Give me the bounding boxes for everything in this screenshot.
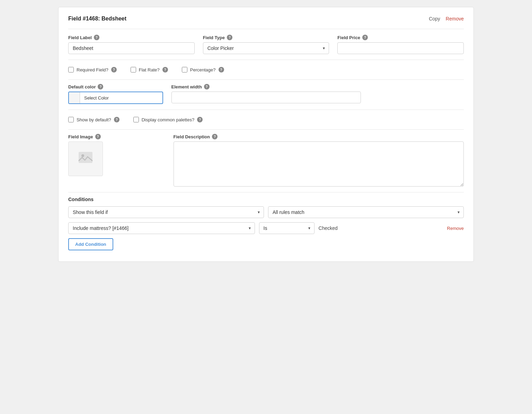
- copy-button[interactable]: Copy: [429, 16, 440, 21]
- condition-field-select-wrapper: Include mattress? [#1466] Other field ▾: [68, 222, 255, 234]
- field-label-help-icon[interactable]: ?: [94, 35, 99, 40]
- show-if-select[interactable]: Show this field if Hide this field if: [68, 206, 264, 218]
- svg-point-1: [81, 154, 84, 157]
- flat-rate-help-icon[interactable]: ?: [162, 67, 168, 72]
- select-color-label: Select Color: [80, 95, 113, 101]
- flat-rate-checkbox[interactable]: [131, 67, 136, 72]
- percentage-checkbox[interactable]: [182, 67, 187, 72]
- row-field-basics: Field Label ? Field Type ? Color Picker …: [68, 35, 464, 54]
- field-price-label: Field Price ?: [337, 35, 464, 40]
- add-condition-button[interactable]: Add Condition: [68, 238, 113, 250]
- required-field-label: Required Field?: [77, 67, 108, 72]
- rules-match-select-wrapper: All rules match Any rule matches ▾: [268, 206, 464, 218]
- divider-5: [68, 192, 464, 192]
- element-width-help-icon[interactable]: ?: [204, 84, 210, 89]
- show-by-default-checkbox[interactable]: [68, 117, 74, 122]
- field-type-group: Field Type ? Color Picker Text Dropdown …: [203, 35, 329, 54]
- required-field-help-icon[interactable]: ?: [111, 67, 117, 72]
- display-palettes-label: Display common palettes?: [142, 117, 194, 122]
- field-image-label: Field Image ?: [68, 134, 165, 139]
- condition-operator-select-wrapper: Is Is not ▾: [259, 222, 314, 234]
- field-label-input[interactable]: [68, 42, 195, 54]
- conditions-title: Conditions: [68, 197, 464, 202]
- required-field-item[interactable]: Required Field? ?: [68, 67, 117, 72]
- divider-1: [68, 60, 464, 60]
- display-palettes-item[interactable]: Display common palettes? ?: [133, 117, 203, 122]
- header-actions: Copy Remove: [429, 16, 464, 21]
- color-swatch: [69, 92, 80, 104]
- conditions-main-row: Show this field if Hide this field if ▾ …: [68, 206, 464, 218]
- checkbox-row: Required Field? ? Flat Rate? ? Percentag…: [68, 64, 464, 75]
- element-width-input[interactable]: [171, 92, 361, 103]
- field-image-group: Field Image ?: [68, 134, 165, 176]
- header-divider: [68, 29, 464, 29]
- card-header: Field #1468: Bedsheet Copy Remove: [68, 16, 464, 22]
- display-palettes-help-icon[interactable]: ?: [197, 117, 203, 122]
- remove-condition-button[interactable]: Remove: [447, 226, 464, 231]
- show-by-default-help-icon[interactable]: ?: [114, 117, 119, 122]
- condition-value-text: Checked: [319, 225, 443, 231]
- field-price-help-icon[interactable]: ?: [362, 35, 368, 40]
- remove-button[interactable]: Remove: [446, 16, 464, 21]
- condition-operator-select[interactable]: Is Is not: [259, 222, 314, 234]
- percentage-help-icon[interactable]: ?: [219, 67, 224, 72]
- divider-4: [68, 129, 464, 130]
- condition-rule-row: Include mattress? [#1466] Other field ▾ …: [68, 222, 464, 234]
- field-type-help-icon[interactable]: ?: [227, 35, 232, 40]
- svg-rect-0: [79, 152, 92, 163]
- field-type-select-wrapper: Color Picker Text Dropdown Checkbox ▾: [203, 42, 329, 54]
- field-type-label: Field Type ?: [203, 35, 329, 40]
- select-color-button[interactable]: Select Color: [68, 92, 163, 104]
- condition-field-select[interactable]: Include mattress? [#1466] Other field: [68, 222, 255, 234]
- divider-3: [68, 110, 464, 110]
- field-price-input[interactable]: [337, 42, 464, 54]
- default-color-group: Default color ? Select Color: [68, 84, 163, 104]
- display-palettes-checkbox[interactable]: [133, 117, 139, 122]
- required-field-checkbox[interactable]: [68, 67, 74, 72]
- row-color-width: Default color ? Select Color Element wid…: [68, 84, 464, 104]
- field-editor-card: Field #1468: Bedsheet Copy Remove Field …: [58, 7, 474, 262]
- percentage-label: Percentage?: [190, 67, 216, 72]
- field-price-group: Field Price ?: [337, 35, 464, 54]
- field-description-label: Field Description ?: [174, 134, 464, 139]
- image-placeholder-icon: [77, 149, 94, 169]
- page-title: Field #1468: Bedsheet: [68, 16, 126, 22]
- field-label-label: Field Label ?: [68, 35, 195, 40]
- field-label-group: Field Label ?: [68, 35, 195, 54]
- divider-2: [68, 79, 464, 80]
- default-color-label: Default color ?: [68, 84, 163, 89]
- field-description-input[interactable]: [174, 141, 464, 187]
- rules-match-select[interactable]: All rules match Any rule matches: [268, 206, 464, 218]
- element-width-group: Element width ?: [171, 84, 361, 103]
- field-description-help-icon[interactable]: ?: [212, 134, 218, 139]
- field-image-help-icon[interactable]: ?: [95, 134, 101, 139]
- conditions-section: Conditions Show this field if Hide this …: [68, 197, 464, 250]
- show-by-default-label: Show by default?: [77, 117, 111, 122]
- checkbox-row-2: Show by default? ? Display common palett…: [68, 114, 464, 125]
- row-image-desc: Field Image ? Field Description ?: [68, 134, 464, 187]
- show-by-default-item[interactable]: Show by default? ?: [68, 117, 119, 122]
- show-if-select-wrapper: Show this field if Hide this field if ▾: [68, 206, 264, 218]
- add-condition-row: Add Condition: [68, 238, 464, 250]
- field-description-group: Field Description ?: [174, 134, 464, 187]
- image-placeholder[interactable]: [68, 141, 103, 176]
- element-width-label: Element width ?: [171, 84, 361, 89]
- default-color-help-icon[interactable]: ?: [98, 84, 103, 89]
- field-type-select[interactable]: Color Picker Text Dropdown Checkbox: [203, 42, 329, 54]
- percentage-item[interactable]: Percentage? ?: [182, 67, 224, 72]
- flat-rate-item[interactable]: Flat Rate? ?: [131, 67, 168, 72]
- flat-rate-label: Flat Rate?: [139, 67, 160, 72]
